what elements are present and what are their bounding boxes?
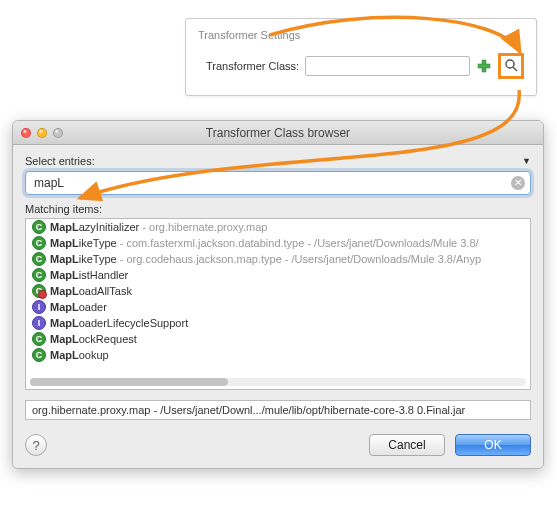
list-item[interactable]: CMapLikeType - com.fasterxml.jackson.dat… [26,235,530,251]
help-icon[interactable]: ? [25,434,47,456]
select-entries-row: Select entries: ▼ [25,155,531,167]
item-text: MapLikeType - com.fasterxml.jackson.data… [50,237,479,249]
titlebar: Transformer Class browser [13,121,543,145]
list-item[interactable]: IMapLoader [26,299,530,315]
transformer-class-input[interactable] [305,56,470,76]
list-item[interactable]: CMapLazyInitializer - org.hibernate.prox… [26,219,530,235]
item-text: MapLoader [50,301,107,313]
class-type-icon: I [32,300,46,314]
clear-icon[interactable]: ✕ [511,176,525,190]
cancel-button[interactable]: Cancel [369,434,445,456]
dialog-title: Transformer Class browser [13,126,543,140]
list-item[interactable]: CMapLockRequest [26,331,530,347]
select-entries-label: Select entries: [25,155,95,167]
list-item[interactable]: IMapLoaderLifecycleSupport [26,315,530,331]
svg-rect-1 [478,64,490,68]
list-item[interactable]: CMapLikeType - org.codehaus.jackson.map.… [26,251,530,267]
class-type-icon: C [32,348,46,362]
list-item[interactable]: CMapLoadAllTask [26,283,530,299]
class-type-icon: C [32,268,46,282]
class-type-icon: C [32,236,46,250]
transformer-settings-panel: Transformer Settings Transformer Class: [185,18,537,96]
transformer-class-label: Transformer Class: [206,60,299,72]
class-type-icon: I [32,316,46,330]
item-text: MapLookup [50,349,109,361]
chevron-down-icon[interactable]: ▼ [522,156,531,166]
matching-items-list: CMapLazyInitializer - org.hibernate.prox… [25,218,531,390]
item-text: MapLockRequest [50,333,137,345]
item-text: MapLikeType - org.codehaus.jackson.map.t… [50,253,481,265]
svg-point-2 [506,60,514,68]
class-type-icon: C [32,332,46,346]
class-type-icon: C [32,252,46,266]
horizontal-scrollbar[interactable] [30,378,526,386]
dialog-body: Select entries: ▼ ✕ Matching items: CMap… [13,145,543,468]
list-item[interactable]: CMapListHandler [26,267,530,283]
settings-title: Transformer Settings [198,29,524,41]
svg-line-3 [513,67,517,71]
add-icon[interactable] [476,58,492,74]
ok-button[interactable]: OK [455,434,531,456]
item-text: MapListHandler [50,269,128,281]
class-type-icon: C [32,284,46,298]
transformer-class-browser-dialog: Transformer Class browser Select entries… [12,120,544,469]
item-text: MapLazyInitializer - org.hibernate.proxy… [50,221,267,233]
matching-items-label: Matching items: [25,203,531,215]
item-text: MapLoadAllTask [50,285,132,297]
selected-item-path: org.hibernate.proxy.map - /Users/janet/D… [25,400,531,420]
search-input[interactable] [25,171,531,195]
item-text: MapLoaderLifecycleSupport [50,317,188,329]
class-type-icon: C [32,220,46,234]
search-button-highlight [498,53,524,79]
dialog-footer: ? Cancel OK [25,434,531,456]
settings-row: Transformer Class: [198,53,524,79]
search-icon[interactable] [504,58,518,74]
list-item[interactable]: CMapLookup [26,347,530,363]
